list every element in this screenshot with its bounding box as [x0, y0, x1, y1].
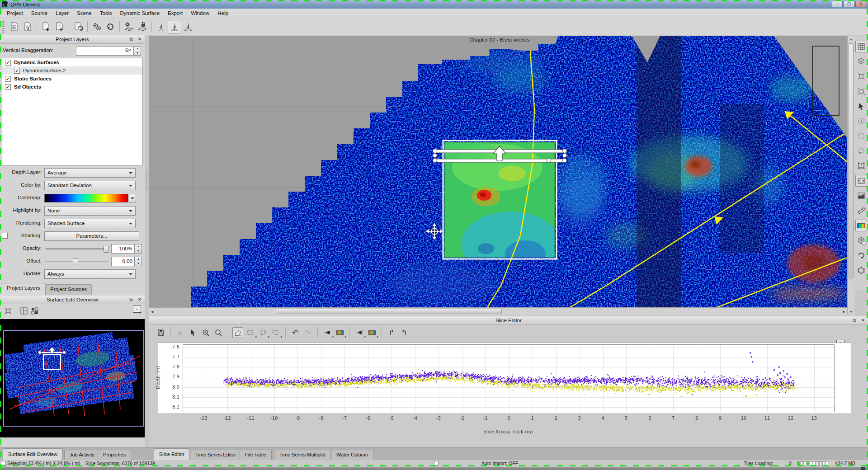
menu-source[interactable]: Source: [27, 9, 52, 17]
flag-forward-icon[interactable]: ↱: [386, 327, 397, 338]
pointer-icon[interactable]: [188, 327, 198, 338]
zoom-extents-3d-icon[interactable]: [855, 85, 867, 97]
box-select-icon[interactable]: [855, 160, 867, 172]
rect-select-icon[interactable]: [855, 115, 867, 127]
update-dropdown[interactable]: Always: [44, 269, 136, 279]
zoom-extents-2d-icon[interactable]: [855, 70, 867, 82]
layers-icon[interactable]: [855, 56, 867, 67]
zoom-extents-icon[interactable]: [3, 306, 14, 316]
menu-tools[interactable]: Tools: [96, 9, 116, 17]
tree-item-static-surfaces[interactable]: ✓ Static Surfaces: [2, 75, 142, 83]
tab-slice-editor[interactable]: Slice Editor: [154, 448, 190, 461]
tab-time-series-multiplot[interactable]: Time Series Multiplot: [274, 450, 331, 461]
doc-grid-icon[interactable]: [7, 20, 21, 33]
save-icon[interactable]: [156, 327, 166, 338]
minimize-button[interactable]: ─: [832, 1, 843, 7]
tree-item-dynamic-surfaces[interactable]: ✓ Dynamic Surfaces: [2, 58, 142, 66]
offset-value[interactable]: 0.00: [111, 257, 135, 266]
tab-project-layers[interactable]: Project Layers: [2, 283, 45, 295]
tree-item-sd-objects[interactable]: ✓ Sd Objects: [2, 83, 142, 91]
vertical-scrollbar[interactable]: ▲▼: [847, 36, 854, 315]
tree-item-dynamicsurface-2[interactable]: ✓ DynamicSurface-2: [2, 66, 142, 75]
close-panel-icon[interactable]: ✕: [137, 36, 143, 42]
checkbox-checked-icon[interactable]: ✓: [14, 68, 20, 74]
tab-project-sources[interactable]: Project Sources: [45, 284, 92, 295]
checkbox-checked-icon[interactable]: ✓: [5, 60, 11, 66]
tab-surface-edit-overview[interactable]: Surface Edit Overview: [3, 448, 63, 461]
checkbox-checked-icon[interactable]: ✓: [5, 84, 11, 90]
profile-icon[interactable]: [855, 190, 867, 202]
surface-day-icon[interactable]: [122, 20, 136, 33]
depth-layer-dropdown[interactable]: Average: [44, 168, 136, 178]
menu-window[interactable]: Window: [187, 9, 213, 17]
dock-splitter[interactable]: [145, 35, 149, 448]
plumb-slice-icon[interactable]: [168, 20, 181, 33]
vertical-exaggeration-input[interactable]: 6×: [76, 46, 134, 56]
grid-view-icon[interactable]: [855, 41, 867, 52]
panel-menu-icon[interactable]: ≡: [133, 306, 141, 313]
cube-edit-icon[interactable]: [855, 264, 867, 276]
surface-lock-icon[interactable]: [136, 20, 149, 33]
highlight-by-dropdown[interactable]: None: [44, 206, 136, 216]
tab-time-series-editor[interactable]: Time Series Editor: [190, 450, 241, 461]
doc-reload-icon[interactable]: [71, 20, 85, 33]
undo-icon[interactable]: ↶: [290, 327, 301, 338]
plumb-swath-icon[interactable]: [181, 20, 195, 33]
rect-select-icon[interactable]: [245, 327, 256, 338]
offset-stepper[interactable]: ▲▼: [135, 257, 142, 266]
menu-export[interactable]: Export: [164, 9, 187, 17]
polygon-select-icon[interactable]: [270, 327, 281, 338]
maximize-button[interactable]: ▢: [844, 1, 854, 7]
checkbox-checked-icon[interactable]: ✓: [5, 76, 11, 82]
colormap-b-icon[interactable]: [367, 327, 377, 338]
float-panel-icon[interactable]: ⧉: [128, 296, 134, 303]
menu-project[interactable]: Project: [3, 9, 27, 17]
menu-dynamic-surface[interactable]: Dynamic Surface: [116, 9, 164, 17]
polygon-select-icon[interactable]: [855, 130, 867, 142]
colormap-dropdown-button[interactable]: [129, 194, 136, 202]
redo-icon[interactable]: ↷: [302, 327, 313, 338]
gears-icon[interactable]: [90, 20, 104, 33]
rendering-dropdown[interactable]: Shaded Surface: [44, 219, 136, 228]
slice-plot-canvas[interactable]: [158, 343, 851, 437]
window-layout-icon[interactable]: [19, 306, 29, 316]
close-panel-icon[interactable]: ✕: [137, 296, 143, 303]
tab-file-table[interactable]: File Table: [240, 450, 272, 461]
colormap-icon[interactable]: [855, 220, 867, 231]
plumb-point-icon[interactable]: [154, 20, 168, 33]
shading-parameters-button[interactable]: Parameters...: [44, 231, 139, 241]
menu-help[interactable]: Help: [213, 9, 232, 17]
color-by-dropdown[interactable]: Standard Deviation: [44, 181, 136, 190]
shading-checkbox[interactable]: [2, 233, 8, 239]
reject-soundings-icon[interactable]: [354, 327, 365, 338]
pointer-icon[interactable]: [855, 100, 867, 112]
eraser-icon[interactable]: [232, 327, 243, 338]
doc-surface-icon[interactable]: [21, 20, 34, 33]
home-icon[interactable]: ⌂: [175, 327, 186, 338]
mesh-icon[interactable]: [855, 235, 867, 246]
vertical-exaggeration-stepper[interactable]: ▲▼: [134, 46, 141, 56]
refresh-icon[interactable]: [104, 20, 117, 33]
flag-back-icon[interactable]: ↰: [399, 327, 410, 338]
lasso-select-icon[interactable]: [855, 145, 867, 157]
overview-thumbnail[interactable]: [0, 319, 145, 437]
horizontal-scrollbar[interactable]: ◀▶: [149, 307, 847, 315]
doc-xyz-add-icon[interactable]: [53, 20, 66, 33]
tab-properties[interactable]: Properties: [98, 450, 131, 461]
opacity-stepper[interactable]: ▲▼: [135, 244, 142, 254]
tab-job-activity[interactable]: Job Activity: [64, 450, 100, 461]
float-panel-icon[interactable]: ⧉: [851, 317, 858, 324]
float-panel-icon[interactable]: ⧉: [128, 36, 134, 42]
tile-layout-icon[interactable]: [29, 306, 40, 316]
zoom-icon[interactable]: [213, 327, 224, 338]
close-panel-icon[interactable]: ✕: [860, 317, 866, 324]
doc-add-icon[interactable]: [39, 20, 53, 33]
zoom-in-icon[interactable]: [200, 327, 211, 338]
accept-soundings-icon[interactable]: [322, 327, 333, 338]
lasso-select-icon[interactable]: [258, 327, 269, 338]
menu-scene[interactable]: Scene: [73, 9, 96, 17]
colormap-preview[interactable]: [44, 194, 128, 202]
menu-layer[interactable]: Layer: [52, 9, 73, 17]
toolbar-grip[interactable]: [2, 21, 5, 33]
rotate-icon[interactable]: [855, 249, 867, 261]
